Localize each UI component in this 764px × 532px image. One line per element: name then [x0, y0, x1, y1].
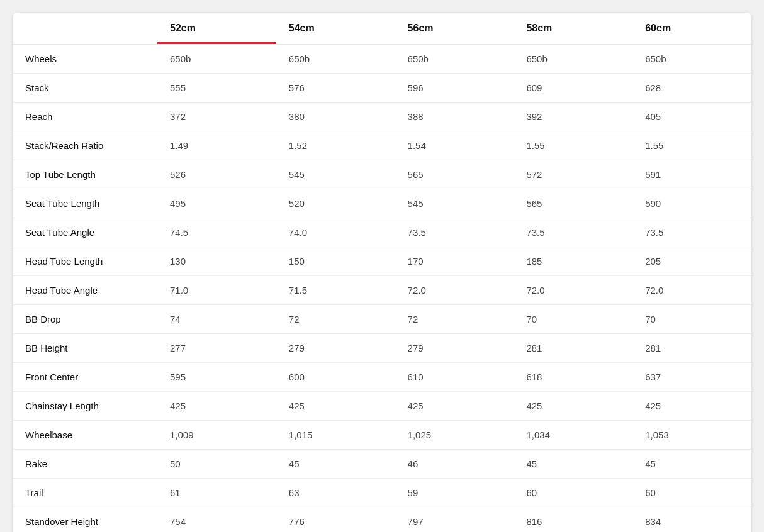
row-value-58cm: 73.5 — [514, 218, 632, 247]
row-value-56cm: 279 — [395, 334, 514, 363]
row-value-56cm: 596 — [395, 74, 514, 103]
row-value-52cm: 130 — [157, 247, 276, 276]
row-value-56cm: 650b — [395, 45, 514, 74]
row-value-56cm: 797 — [395, 507, 514, 533]
row-value-56cm: 545 — [395, 189, 514, 218]
row-value-52cm: 1.49 — [157, 131, 276, 160]
row-value-52cm: 61 — [157, 479, 276, 507]
row-value-56cm: 1.54 — [395, 131, 514, 160]
row-value-54cm: 576 — [276, 74, 395, 103]
row-value-54cm: 650b — [276, 45, 395, 74]
table-row: Chainstay Length425425425425425 — [13, 392, 751, 421]
row-value-60cm: 405 — [632, 103, 751, 131]
row-value-58cm: 45 — [514, 450, 632, 479]
row-value-56cm: 72 — [395, 305, 514, 334]
row-value-54cm: 600 — [276, 363, 395, 392]
table-row: Stack/Reach Ratio1.491.521.541.551.55 — [13, 131, 751, 160]
row-label: Trail — [13, 479, 157, 507]
row-label: Top Tube Length — [13, 160, 157, 189]
row-value-52cm: 1,009 — [157, 421, 276, 450]
row-value-56cm: 46 — [395, 450, 514, 479]
row-label: Standover Height — [13, 507, 157, 533]
row-value-58cm: 572 — [514, 160, 632, 189]
row-value-60cm: 205 — [632, 247, 751, 276]
row-value-58cm: 609 — [514, 74, 632, 103]
row-value-56cm: 610 — [395, 363, 514, 392]
row-value-60cm: 1,053 — [632, 421, 751, 450]
row-value-58cm: 1,034 — [514, 421, 632, 450]
row-value-54cm: 545 — [276, 160, 395, 189]
row-value-54cm: 520 — [276, 189, 395, 218]
header-60cm-label: 60cm — [645, 23, 671, 33]
row-value-60cm: 281 — [632, 334, 751, 363]
row-value-58cm: 618 — [514, 363, 632, 392]
header-52cm[interactable]: 52cm — [157, 13, 276, 45]
row-value-56cm: 72.0 — [395, 276, 514, 305]
row-value-60cm: 60 — [632, 479, 751, 507]
row-value-54cm: 71.5 — [276, 276, 395, 305]
row-label: Head Tube Angle — [13, 276, 157, 305]
row-value-54cm: 150 — [276, 247, 395, 276]
row-value-54cm: 74.0 — [276, 218, 395, 247]
header-58cm[interactable]: 58cm — [514, 13, 632, 45]
row-value-60cm: 637 — [632, 363, 751, 392]
table-row: Wheels650b650b650b650b650b — [13, 45, 751, 74]
row-value-60cm: 45 — [632, 450, 751, 479]
table-row: Head Tube Angle71.071.572.072.072.0 — [13, 276, 751, 305]
row-label: BB Height — [13, 334, 157, 363]
row-value-54cm: 45 — [276, 450, 395, 479]
row-value-56cm: 425 — [395, 392, 514, 421]
header-label-col — [13, 13, 157, 45]
table-row: BB Height277279279281281 — [13, 334, 751, 363]
row-value-52cm: 71.0 — [157, 276, 276, 305]
row-label: Chainstay Length — [13, 392, 157, 421]
row-value-54cm: 425 — [276, 392, 395, 421]
header-60cm[interactable]: 60cm — [632, 13, 751, 45]
row-label: Seat Tube Angle — [13, 218, 157, 247]
table-body: Wheels650b650b650b650b650bStack555576596… — [13, 45, 751, 533]
header-56cm[interactable]: 56cm — [395, 13, 514, 45]
row-label: Wheelbase — [13, 421, 157, 450]
row-value-56cm: 59 — [395, 479, 514, 507]
row-value-58cm: 72.0 — [514, 276, 632, 305]
row-value-52cm: 650b — [157, 45, 276, 74]
row-value-60cm: 425 — [632, 392, 751, 421]
row-value-54cm: 1.52 — [276, 131, 395, 160]
header-54cm[interactable]: 54cm — [276, 13, 395, 45]
row-value-52cm: 526 — [157, 160, 276, 189]
row-value-58cm: 1.55 — [514, 131, 632, 160]
row-value-52cm: 74 — [157, 305, 276, 334]
row-label: Front Center — [13, 363, 157, 392]
row-value-60cm: 834 — [632, 507, 751, 533]
row-label: Stack/Reach Ratio — [13, 131, 157, 160]
row-value-60cm: 1.55 — [632, 131, 751, 160]
table-row: Rake5045464545 — [13, 450, 751, 479]
row-value-52cm: 50 — [157, 450, 276, 479]
table-row: Front Center595600610618637 — [13, 363, 751, 392]
row-value-58cm: 816 — [514, 507, 632, 533]
row-value-54cm: 63 — [276, 479, 395, 507]
row-value-52cm: 277 — [157, 334, 276, 363]
table-header-row: 52cm 54cm 56cm 58cm 60cm — [13, 13, 751, 45]
row-value-54cm: 72 — [276, 305, 395, 334]
header-58cm-label: 58cm — [526, 23, 552, 33]
row-label: Reach — [13, 103, 157, 131]
geometry-table: 52cm 54cm 56cm 58cm 60cm Wheels650b650b6… — [13, 13, 751, 532]
row-value-52cm: 74.5 — [157, 218, 276, 247]
row-value-56cm: 565 — [395, 160, 514, 189]
row-value-58cm: 60 — [514, 479, 632, 507]
table-row: Wheelbase1,0091,0151,0251,0341,053 — [13, 421, 751, 450]
row-value-56cm: 170 — [395, 247, 514, 276]
table-row: Seat Tube Length495520545565590 — [13, 189, 751, 218]
row-label: Wheels — [13, 45, 157, 74]
row-value-54cm: 380 — [276, 103, 395, 131]
row-value-58cm: 650b — [514, 45, 632, 74]
row-value-58cm: 185 — [514, 247, 632, 276]
row-value-52cm: 595 — [157, 363, 276, 392]
row-value-60cm: 72.0 — [632, 276, 751, 305]
row-value-60cm: 650b — [632, 45, 751, 74]
row-value-52cm: 495 — [157, 189, 276, 218]
table-row: Seat Tube Angle74.574.073.573.573.5 — [13, 218, 751, 247]
row-value-58cm: 392 — [514, 103, 632, 131]
table-row: Top Tube Length526545565572591 — [13, 160, 751, 189]
